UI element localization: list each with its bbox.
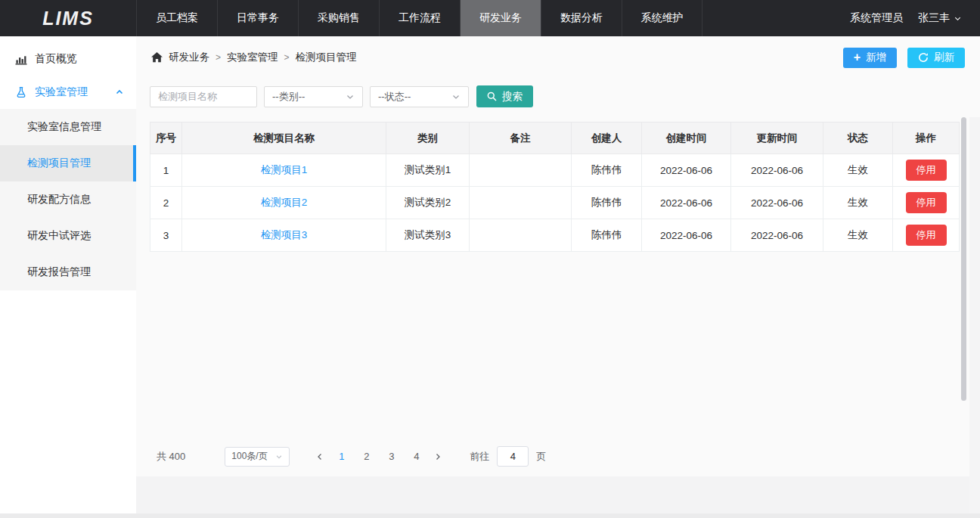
- cell-creator: 陈伟伟: [572, 154, 642, 187]
- col-header-category: 类别: [386, 123, 470, 154]
- breadcrumb-item-rd-business[interactable]: 研发业务: [169, 51, 209, 64]
- top-navbar: LIMS 员工档案 日常事务 采购销售 工作流程 研发业务 数据分析 系统维护 …: [0, 0, 980, 36]
- search-button-label: 搜索: [502, 90, 523, 104]
- col-header-remark: 备注: [470, 123, 572, 154]
- sidebar-item-rd-pilot-selection[interactable]: 研发中试评选: [0, 218, 136, 254]
- prev-page-icon[interactable]: [311, 447, 329, 467]
- sidebar-item-rd-report-management[interactable]: 研发报告管理: [0, 254, 136, 290]
- cell-index: 1: [150, 154, 182, 187]
- refresh-button-label: 刷新: [934, 51, 954, 64]
- nav-tab-daily-affairs[interactable]: 日常事务: [217, 0, 298, 36]
- cell-creator: 陈伟伟: [572, 187, 642, 219]
- cell-create-time: 2022-06-06: [642, 219, 731, 252]
- user-menu[interactable]: 张三丰: [918, 11, 962, 25]
- cell-remark: [470, 219, 572, 252]
- project-name-input[interactable]: [150, 86, 257, 107]
- project-link[interactable]: 检测项目3: [261, 229, 308, 240]
- user-role: 系统管理员: [850, 11, 903, 25]
- category-select-value: --类别--: [272, 90, 305, 104]
- content-bottom-band: [136, 476, 980, 513]
- nav-tab-purchase-sales[interactable]: 采购销售: [298, 0, 379, 36]
- col-header-creator: 创建人: [572, 123, 642, 154]
- sidebar: 首页概览 实验室管理 实验室信息管理 检测项目管理 研发配方信息 研发中试评选 …: [0, 36, 136, 513]
- cell-actions: 停用: [893, 187, 960, 219]
- user-name: 张三丰: [918, 11, 950, 25]
- cell-status: 生效: [823, 154, 893, 187]
- table-row: 2 检测项目2 测试类别2 陈伟伟 2022-06-06 2022-06-06 …: [150, 187, 960, 219]
- status-select[interactable]: --状态--: [370, 86, 469, 107]
- search-button[interactable]: 搜索: [476, 85, 533, 107]
- search-bar: --类别-- --状态-- 搜索: [150, 85, 965, 107]
- category-select[interactable]: --类别--: [264, 86, 363, 107]
- bottom-strip: [0, 513, 980, 518]
- cell-remark: [470, 154, 572, 187]
- nav-tab-employee-files[interactable]: 员工档案: [136, 0, 217, 36]
- refresh-button[interactable]: 刷新: [907, 48, 965, 68]
- pagination-total: 共 400: [157, 450, 185, 464]
- nav-tab-workflow[interactable]: 工作流程: [379, 0, 460, 36]
- disable-button[interactable]: 停用: [906, 160, 947, 181]
- page-size-select[interactable]: 100条/页: [225, 447, 290, 467]
- breadcrumb-item-lab-management[interactable]: 实验室管理: [227, 51, 278, 64]
- test-project-table: 序号 检测项目名称 类别 备注 创建人 创建时间 更新时间 状态 操作 1 检测: [150, 122, 960, 252]
- chevron-down-icon: [346, 92, 355, 101]
- sidebar-item-label: 实验室管理: [35, 85, 88, 99]
- cell-status: 生效: [823, 187, 893, 219]
- page-number-1[interactable]: 1: [329, 447, 354, 467]
- cell-create-time: 2022-06-06: [642, 187, 731, 219]
- chevron-up-icon: [115, 88, 124, 97]
- page-number-4[interactable]: 4: [404, 447, 429, 467]
- cell-remark: [470, 187, 572, 219]
- chevron-down-icon: [451, 92, 461, 101]
- project-link[interactable]: 检测项目2: [261, 197, 308, 208]
- cell-index: 2: [150, 187, 182, 219]
- sidebar-item-lab-management[interactable]: 实验室管理: [0, 76, 136, 109]
- table-header-row: 序号 检测项目名称 类别 备注 创建人 创建时间 更新时间 状态 操作: [150, 123, 960, 154]
- sidebar-item-test-project-management[interactable]: 检测项目管理: [0, 145, 136, 181]
- disable-button[interactable]: 停用: [906, 192, 947, 213]
- cell-category: 测试类别3: [386, 219, 470, 252]
- breadcrumb-separator: >: [284, 52, 290, 63]
- sidebar-item-rd-formula-info[interactable]: 研发配方信息: [0, 181, 136, 218]
- cell-name: 检测项目3: [182, 219, 386, 252]
- refresh-icon: [918, 52, 929, 63]
- table-row: 3 检测项目3 测试类别3 陈伟伟 2022-06-06 2022-06-06 …: [150, 219, 960, 252]
- page-size-value: 100条/页: [231, 450, 267, 463]
- scrollbar-thumb[interactable]: [961, 117, 966, 401]
- scrollbar-track: [969, 117, 980, 513]
- col-header-update-time: 更新时间: [731, 123, 823, 154]
- cell-status: 生效: [823, 219, 893, 252]
- col-header-index: 序号: [150, 123, 182, 154]
- breadcrumb-separator: >: [216, 52, 221, 63]
- col-header-create-time: 创建时间: [642, 123, 731, 154]
- sidebar-item-label: 首页概览: [35, 52, 77, 66]
- page-number-2[interactable]: 2: [354, 447, 379, 467]
- project-link[interactable]: 检测项目1: [261, 164, 308, 175]
- breadcrumb-row: 研发业务 > 实验室管理 > 检测项目管理 + 新增 刷新: [151, 47, 965, 68]
- breadcrumb-item-test-project-management[interactable]: 检测项目管理: [296, 51, 357, 64]
- toolbar: + 新增 刷新: [843, 48, 965, 68]
- search-icon: [487, 92, 497, 101]
- nav-tab-data-analysis[interactable]: 数据分析: [541, 0, 622, 36]
- page-number-3[interactable]: 3: [379, 447, 404, 467]
- cell-category: 测试类别1: [386, 154, 470, 187]
- disable-button[interactable]: 停用: [906, 225, 947, 246]
- nav-tab-system-maintenance[interactable]: 系统维护: [622, 0, 702, 36]
- bar-chart-icon: [15, 54, 27, 65]
- add-button[interactable]: + 新增: [843, 48, 897, 68]
- nav-tab-rd-business[interactable]: 研发业务: [460, 0, 541, 36]
- chevron-down-icon: [275, 453, 283, 461]
- goto-page-input[interactable]: [497, 446, 529, 467]
- pagination: 共 400 100条/页 1 2 3 4 前往: [157, 446, 546, 467]
- sidebar-item-lab-info-management[interactable]: 实验室信息管理: [0, 109, 136, 145]
- col-header-name: 检测项目名称: [182, 123, 386, 154]
- sidebar-item-home-overview[interactable]: 首页概览: [0, 42, 136, 76]
- main-content: 研发业务 > 实验室管理 > 检测项目管理 + 新增 刷新: [136, 36, 980, 513]
- flask-icon: [15, 86, 27, 98]
- cell-actions: 停用: [893, 219, 960, 252]
- plus-icon: +: [854, 51, 861, 64]
- goto-unit: 页: [536, 450, 546, 464]
- cell-actions: 停用: [893, 154, 960, 187]
- add-button-label: 新增: [866, 51, 886, 64]
- next-page-icon[interactable]: [429, 447, 447, 467]
